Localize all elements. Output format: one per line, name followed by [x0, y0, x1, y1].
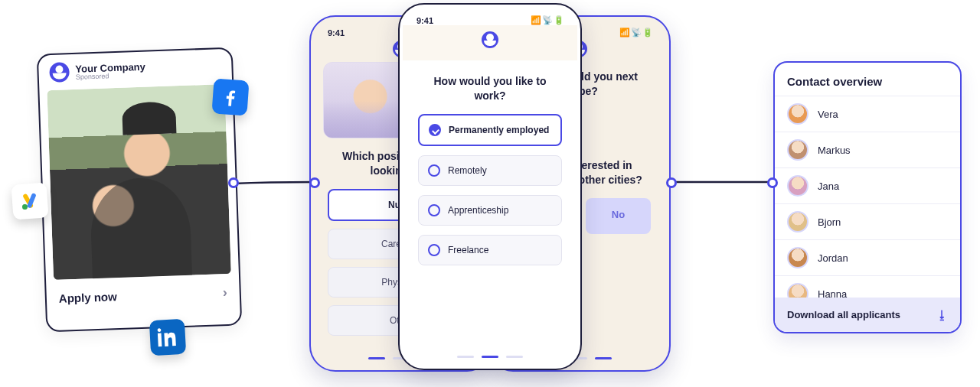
- google-ads-icon: [11, 182, 48, 220]
- contact-name: Bjorn: [818, 216, 841, 228]
- radio-checked-icon: [429, 124, 441, 136]
- flow-node: [666, 177, 677, 188]
- cta-label: Apply now: [59, 290, 117, 305]
- contact-row[interactable]: Markus: [775, 132, 960, 167]
- flow-node: [309, 177, 320, 188]
- option-label: Permanently employed: [449, 125, 549, 135]
- option-apprenticeship[interactable]: Apprenticeship: [418, 195, 562, 226]
- linkedin-icon: [149, 319, 186, 356]
- avatar: [787, 283, 808, 298]
- avatar: [787, 247, 808, 268]
- flow-node: [228, 177, 239, 188]
- option-label: Freelance: [448, 245, 488, 255]
- contact-name: Markus: [818, 145, 851, 156]
- download-applicants-button[interactable]: Download all applicants ⭳: [775, 298, 960, 332]
- svg-point-2: [22, 204, 28, 210]
- contact-name: Jana: [818, 180, 839, 192]
- radio-unchecked-icon: [428, 204, 440, 216]
- facebook-icon: [211, 78, 249, 115]
- download-icon: ⭳: [936, 308, 948, 321]
- option-freelance[interactable]: Freelance: [418, 235, 562, 265]
- option-label: Apprenticeship: [448, 205, 508, 216]
- download-label: Download all applicants: [787, 309, 900, 320]
- contact-name: Vera: [818, 109, 838, 120]
- phone-mock-worktype: 9:41 📶 📡 🔋 How would you like to work? P…: [398, 3, 582, 370]
- contact-row[interactable]: Jana: [775, 167, 960, 203]
- contact-name: Jordan: [818, 252, 848, 264]
- status-icons: 📶 📡 🔋: [531, 15, 564, 25]
- status-icons: 📶 📡 🔋: [619, 28, 652, 37]
- no-button[interactable]: No: [586, 198, 651, 234]
- question-text: How would you like to work?: [406, 60, 574, 114]
- company-logo-icon: [49, 62, 70, 83]
- avatar: [787, 175, 808, 197]
- avatar: [787, 211, 808, 233]
- radio-unchecked-icon: [428, 164, 440, 177]
- status-time: 9:41: [328, 28, 345, 37]
- option-permanently-employed[interactable]: Permanently employed: [418, 114, 562, 146]
- option-remotely[interactable]: Remotely: [418, 155, 562, 186]
- social-ad-card[interactable]: Your Company Sponsored Apply now ›: [37, 47, 243, 333]
- app-logo-icon: [482, 31, 498, 48]
- contact-row[interactable]: Bjorn: [775, 203, 960, 239]
- option-label: Remotely: [448, 165, 487, 176]
- ad-hero-image: [47, 84, 231, 280]
- flow-node: [767, 177, 778, 188]
- apply-now-button[interactable]: Apply now ›: [46, 274, 240, 315]
- status-time: 9:41: [416, 16, 433, 25]
- avatar: [787, 139, 808, 161]
- page-indicator: [400, 356, 580, 358]
- avatar: [787, 103, 808, 125]
- contact-row[interactable]: Jordan: [775, 239, 960, 275]
- contacts-title: Contact overview: [775, 63, 960, 96]
- radio-unchecked-icon: [428, 244, 440, 256]
- contact-name: Hanna: [818, 288, 847, 298]
- contact-overview-card: Contact overview VeraMarkusJanaBjornJord…: [773, 61, 962, 333]
- contact-row[interactable]: Vera: [775, 96, 960, 132]
- contact-row[interactable]: Hanna: [775, 275, 960, 298]
- chevron-right-icon: ›: [222, 285, 227, 301]
